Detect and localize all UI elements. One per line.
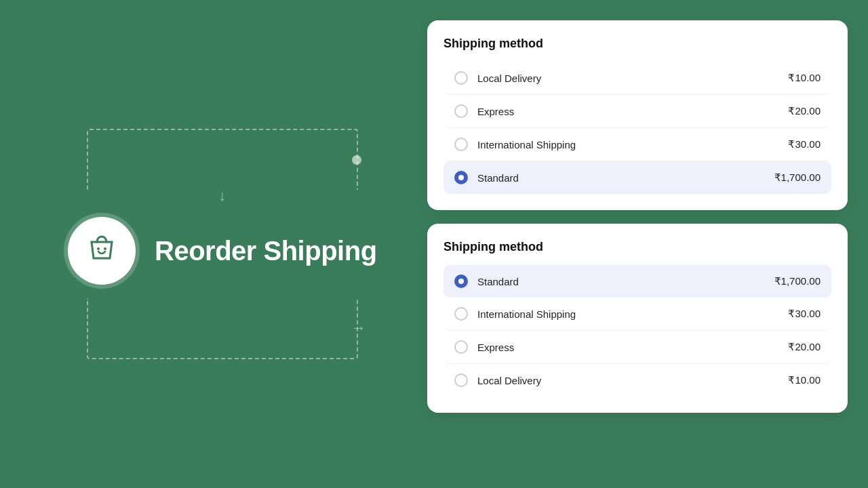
- arrow-right-icon: →: [351, 319, 366, 337]
- price-express-bottom: ₹20.00: [788, 341, 821, 353]
- shipping-card-top: Shipping method Local Delivery ₹10.00 Ex…: [427, 20, 848, 210]
- option-local-delivery-bottom[interactable]: Local Delivery ₹10.00: [443, 364, 831, 396]
- label-express-top: Express: [477, 106, 514, 117]
- label-standard-bottom: Standard: [477, 276, 519, 287]
- dashed-dot: [352, 155, 361, 165]
- card-top-title: Shipping method: [443, 37, 831, 51]
- dashed-box-top: [87, 129, 358, 190]
- hero-title: Reorder Shipping: [155, 236, 377, 266]
- arrow-down-icon: ↓: [218, 188, 226, 203]
- label-intl-bottom: International Shipping: [477, 308, 576, 320]
- price-express-top: ₹20.00: [788, 105, 821, 117]
- option-express-top[interactable]: Express ₹20.00: [443, 95, 831, 128]
- radio-local-delivery-top[interactable]: [454, 71, 468, 85]
- dashed-box-bottom: →: [87, 298, 358, 359]
- price-local-delivery-bottom: ₹10.00: [788, 374, 821, 386]
- label-local-delivery-bottom: Local Delivery: [477, 375, 541, 386]
- svg-point-0: [97, 247, 100, 250]
- left-section: ↓ Reorder Shipping →: [68, 129, 377, 359]
- radio-standard-bottom[interactable]: [454, 274, 468, 288]
- price-intl-bottom: ₹30.00: [788, 308, 821, 320]
- logo-circle: [68, 217, 136, 285]
- radio-express-bottom[interactable]: [454, 340, 468, 354]
- radio-standard-top[interactable]: [454, 171, 468, 184]
- radio-intl-bottom[interactable]: [454, 307, 468, 321]
- label-express-bottom: Express: [477, 342, 514, 353]
- shipping-card-bottom: Shipping method Standard ₹1,700.00 Inter…: [427, 224, 848, 413]
- option-local-delivery-top[interactable]: Local Delivery ₹10.00: [443, 62, 831, 95]
- svg-point-1: [104, 247, 106, 250]
- option-intl-bottom[interactable]: International Shipping ₹30.00: [443, 298, 831, 331]
- price-local-delivery-top: ₹10.00: [788, 72, 821, 84]
- label-intl-top: International Shipping: [477, 139, 576, 150]
- label-standard-top: Standard: [477, 172, 519, 184]
- option-express-bottom[interactable]: Express ₹20.00: [443, 331, 831, 364]
- price-standard-bottom: ₹1,700.00: [774, 275, 821, 287]
- background: ↓ Reorder Shipping →: [0, 0, 868, 488]
- shopping-bag-icon: [85, 231, 119, 271]
- logo-area: Reorder Shipping: [68, 217, 377, 285]
- option-standard-top[interactable]: Standard ₹1,700.00: [443, 161, 831, 194]
- option-standard-bottom[interactable]: Standard ₹1,700.00: [443, 265, 831, 298]
- right-section: Shipping method Local Delivery ₹10.00 Ex…: [427, 20, 848, 413]
- card-bottom-title: Shipping method: [443, 240, 831, 254]
- price-intl-top: ₹30.00: [788, 138, 821, 150]
- radio-express-top[interactable]: [454, 104, 468, 118]
- option-intl-top[interactable]: International Shipping ₹30.00: [443, 128, 831, 161]
- radio-intl-top[interactable]: [454, 138, 468, 151]
- radio-local-delivery-bottom[interactable]: [454, 373, 468, 387]
- label-local-delivery-top: Local Delivery: [477, 73, 541, 84]
- price-standard-top: ₹1,700.00: [774, 171, 821, 184]
